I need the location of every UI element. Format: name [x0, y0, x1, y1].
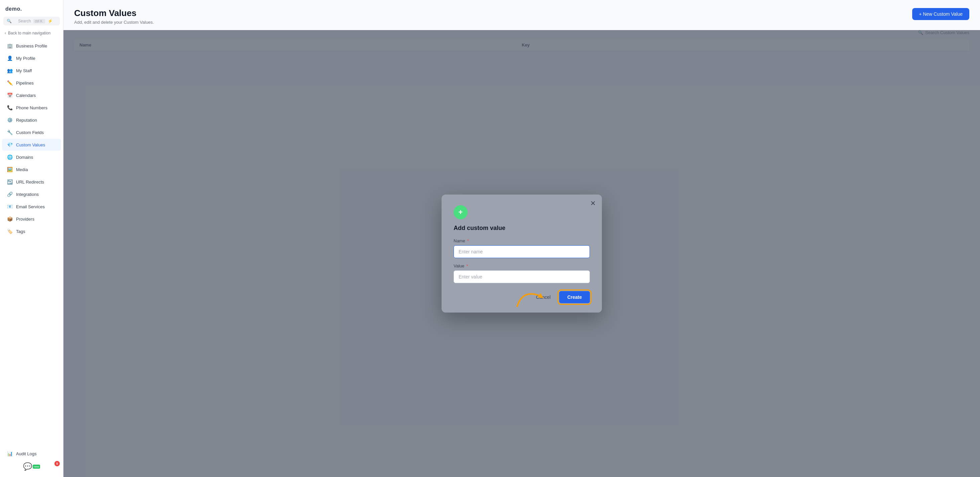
back-label: Back to main navigation [8, 31, 51, 35]
sidebar-item-custom-values[interactable]: 💎 Custom Values [2, 139, 61, 151]
value-label: Value * [453, 263, 590, 268]
reputation-icon: ⚙️ [7, 117, 13, 123]
sidebar-item-pipelines[interactable]: ✏️ Pipelines [2, 77, 61, 89]
sidebar-item-media[interactable]: 🖼️ Media [2, 163, 61, 175]
media-label: Media [16, 167, 28, 172]
integrations-label: Integrations [16, 192, 39, 197]
topbar: Custom Values Add, edit and delete your … [64, 0, 980, 30]
search-label: Search [18, 19, 31, 23]
lightning-icon: ⚡ [48, 19, 56, 23]
custom-values-icon: 💎 [7, 142, 13, 148]
search-button[interactable]: 🔍 Search ctrl K ⚡ [3, 17, 60, 26]
providers-label: Providers [16, 217, 34, 222]
nav-items: 🏢 Business Profile 👤 My Profile 👥 My Sta… [0, 40, 63, 238]
my-profile-icon: 👤 [7, 55, 13, 61]
url-redirects-label: URL Redirects [16, 180, 44, 185]
sidebar-item-custom-fields[interactable]: 🔧 Custom Fields [2, 126, 61, 139]
search-kbd: ctrl K [33, 19, 45, 23]
chat-new-label: new [33, 465, 40, 469]
providers-icon: 📦 [7, 216, 13, 222]
custom-fields-icon: 🔧 [7, 129, 13, 136]
chat-badge: 5 [54, 461, 60, 466]
modal-plus-icon: + [453, 205, 468, 219]
pipelines-icon: ✏️ [7, 80, 13, 86]
sidebar-item-my-staff[interactable]: 👥 My Staff [2, 64, 61, 77]
domains-icon: 🌐 [7, 154, 13, 160]
sidebar-item-email-services[interactable]: 📧 Email Services [2, 201, 61, 212]
name-label: Name * ℹ [453, 238, 590, 243]
modal-title: Add custom value [453, 225, 590, 231]
modal-close-button[interactable]: ✕ [590, 200, 596, 207]
business-profile-label: Business Profile [16, 43, 47, 48]
my-profile-label: My Profile [16, 56, 35, 61]
main-inner: Custom Values Add, edit and delete your … [64, 0, 980, 477]
my-staff-label: My Staff [16, 68, 32, 73]
sidebar-item-providers[interactable]: 📦 Providers [2, 213, 61, 225]
calendars-icon: 📅 [7, 92, 13, 98]
url-redirects-icon: ↩️ [7, 179, 13, 185]
cancel-button[interactable]: Cancel [531, 292, 556, 303]
value-label-text: Value [453, 263, 464, 268]
add-custom-value-modal: + ✕ Add custom value Name * ℹ Value [442, 195, 602, 313]
email-services-icon: 📧 [7, 204, 13, 210]
value-required: * [466, 263, 468, 268]
chevron-left-icon: ‹ [5, 31, 6, 35]
value-field-group: Value * [453, 263, 590, 283]
reputation-label: Reputation [16, 118, 37, 123]
sidebar-bottom: 📊 Audit Logs 💬 5 new [0, 444, 63, 477]
new-custom-value-button[interactable]: + New Custom Value [912, 8, 969, 20]
tags-icon: 🏷️ [7, 228, 13, 235]
name-required: * [467, 238, 469, 243]
content-area: 🔍 Search Custom Values Name Key + ✕ Add … [64, 30, 980, 477]
chat-button[interactable]: 💬 5 new [5, 462, 59, 471]
tags-label: Tags [16, 229, 25, 234]
domains-label: Domains [16, 155, 33, 160]
sidebar-item-business-profile[interactable]: 🏢 Business Profile [2, 40, 61, 52]
page-subtitle: Add, edit and delete your Custom Values. [74, 20, 154, 25]
custom-values-label: Custom Values [16, 142, 45, 147]
name-label-text: Name [453, 238, 465, 243]
sidebar-item-my-profile[interactable]: 👤 My Profile [2, 52, 61, 64]
my-staff-icon: 👥 [7, 67, 13, 73]
create-button[interactable]: Create [559, 291, 590, 303]
back-to-main-nav[interactable]: ‹ Back to main navigation [0, 28, 63, 38]
page-header: Custom Values Add, edit and delete your … [74, 8, 154, 25]
audit-logs-label: Audit Logs [16, 451, 37, 456]
search-icon: 🔍 [7, 19, 15, 23]
chat-icon: 💬 [23, 462, 32, 471]
calendars-label: Calendars [16, 93, 36, 98]
audit-logs-icon: 📊 [7, 451, 13, 456]
sidebar-item-url-redirects[interactable]: ↩️ URL Redirects [2, 176, 61, 188]
sidebar-item-audit-logs[interactable]: 📊 Audit Logs [2, 448, 61, 459]
sidebar: demo. 🔍 Search ctrl K ⚡ ‹ Back to main n… [0, 0, 64, 477]
business-profile-icon: 🏢 [7, 43, 13, 49]
custom-fields-label: Custom Fields [16, 130, 44, 135]
sidebar-item-calendars[interactable]: 📅 Calendars [2, 89, 61, 101]
phone-numbers-label: Phone Numbers [16, 105, 48, 110]
sidebar-logo: demo. [0, 0, 63, 15]
sidebar-item-reputation[interactable]: ⚙️ Reputation [2, 114, 61, 126]
modal-actions: Cancel Create [453, 291, 590, 303]
page-title: Custom Values [74, 8, 154, 18]
modal-overlay: + ✕ Add custom value Name * ℹ Value [64, 30, 980, 477]
sidebar-item-integrations[interactable]: 🔗 Integrations [2, 188, 61, 200]
name-input[interactable] [453, 246, 590, 258]
email-services-label: Email Services [16, 204, 45, 209]
sidebar-item-phone-numbers[interactable]: 📞 Phone Numbers [2, 102, 61, 114]
sidebar-item-domains[interactable]: 🌐 Domains [2, 151, 61, 163]
phone-numbers-icon: 📞 [7, 105, 13, 111]
value-input[interactable] [453, 270, 590, 283]
media-icon: 🖼️ [7, 166, 13, 172]
sidebar-item-tags[interactable]: 🏷️ Tags [2, 225, 61, 237]
integrations-icon: 🔗 [7, 191, 13, 197]
info-icon: ℹ [471, 239, 473, 243]
name-field-group: Name * ℹ [453, 238, 590, 258]
pipelines-label: Pipelines [16, 81, 34, 86]
main-content: Custom Values Add, edit and delete your … [64, 0, 980, 477]
